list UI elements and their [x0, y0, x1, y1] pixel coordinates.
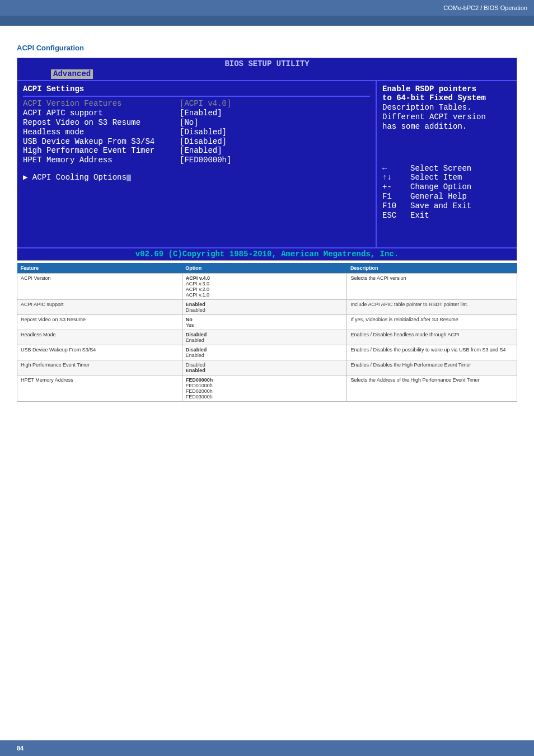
bios-help-line: has some addition. [382, 122, 511, 132]
cell-option: DisabledEnabled [182, 345, 347, 360]
bios-item-repost-video[interactable]: Repost Video on S3 Resume[No] [23, 118, 370, 128]
bios-title: BIOS SETUP UTILITY [17, 58, 517, 69]
page-number: 84 [17, 745, 24, 752]
table-row: Headless ModeDisabledEnabledEnables / Di… [17, 330, 517, 345]
cell-option: DisabledEnabled [182, 360, 347, 375]
bios-help-line: to 64-bit Fixed System [382, 93, 511, 103]
bios-key: +- [382, 182, 410, 192]
col-description: Description [347, 263, 517, 274]
cell-feature: ACPI APIC support [17, 299, 182, 314]
cell-option: EnabledDisabled [182, 299, 347, 314]
bios-key-row: F10Save and Exit [382, 201, 511, 211]
bios-footer: v02.69 (C)Copyright 1985-2010, American … [17, 248, 517, 260]
bios-left-panel: ACPI Settings ACPI Version Features[ACPI… [17, 81, 377, 247]
bios-item-value: [Enabled] [180, 146, 222, 156]
bios-item-value: [Disabled] [180, 128, 227, 137]
page-footer: 84 [0, 740, 534, 756]
cell-description: Include ACPI APIC table pointer to RSDT … [347, 299, 517, 314]
cell-feature: USB Device Wakeup From S3/S4 [17, 345, 182, 360]
cell-description: Enables / Disables the High Performance … [347, 360, 517, 375]
bios-key-row: ESCExit [382, 211, 511, 220]
bios-item-label: ACPI APIC support [23, 109, 180, 118]
feature-table: Feature Option Description ACPI VersionA… [17, 263, 517, 402]
bios-item-hpet[interactable]: High Performance Event Timer[Enabled] [23, 146, 370, 156]
bios-key: ↑↓ [382, 173, 410, 182]
bios-key-desc: Save and Exit [410, 201, 471, 211]
cell-option: ACPI v.4.0ACPI v.3.0ACPI v.2.0ACPI v.1.0 [182, 273, 347, 299]
col-feature: Feature [17, 263, 182, 274]
cell-feature: ACPI Version [17, 273, 182, 299]
bios-key: F1 [382, 192, 410, 201]
table-body: ACPI VersionACPI v.4.0ACPI v.3.0ACPI v.2… [17, 273, 517, 401]
bios-item-value: [ACPI v4.0] [180, 99, 231, 109]
bios-submenu-label: ▶ ACPI Cooling Options [23, 173, 127, 182]
bios-item-label: USB Device Wakeup From S3/S4 [23, 137, 180, 147]
cell-option: DisabledEnabled [182, 330, 347, 345]
bios-setup-screen: BIOS SETUP UTILITY Advanced ACPI Setting… [17, 58, 517, 261]
bios-key-desc: Exit [410, 211, 429, 220]
table-row: HPET Memory AddressFED00000hFED01000hFED… [17, 375, 517, 401]
cell-description: Selects the ACPI version [347, 273, 517, 299]
table-header: Feature Option Description [17, 263, 517, 274]
bios-right-panel: Enable RSDP pointers to 64-bit Fixed Sys… [377, 81, 517, 247]
bios-tabs: Advanced [17, 69, 517, 80]
cell-feature: Repost Video on S3 Resume [17, 314, 182, 330]
section-title: ACPI Configuration [17, 44, 517, 52]
breadcrumb: COMe-bPC2 / BIOS Operation [443, 4, 527, 11]
scrollbar-indicator-icon [127, 175, 131, 181]
bios-item-label: ACPI Version Features [23, 99, 180, 109]
bios-item-label: HPET Memory Address [23, 156, 180, 165]
bios-key-row: F1General Help [382, 192, 511, 201]
bios-help-line: Different ACPI version [382, 112, 511, 122]
bios-item-value: [No] [180, 118, 199, 128]
bios-item-hpet-addr[interactable]: HPET Memory Address[FED00000h] [23, 156, 370, 165]
sub-header-bar [0, 16, 534, 26]
bios-key-desc: Select Item [410, 173, 462, 182]
bios-item-headless[interactable]: Headless mode[Disabled] [23, 128, 370, 137]
bios-key: ← [382, 164, 410, 173]
page-content: ACPI Configuration BIOS SETUP UTILITY Ad… [0, 26, 534, 402]
table-row: High Performance Event TimerDisabledEnab… [17, 360, 517, 375]
cell-description: If yes, Videobios is reinitialized after… [347, 314, 517, 330]
bios-key-row: ←Select Screen [382, 164, 511, 173]
cell-feature: High Performance Event Timer [17, 360, 182, 375]
bios-key-row: +-Change Option [382, 182, 511, 192]
cell-description: Selects the Address of the High Performa… [347, 375, 517, 401]
bios-submenu-cooling[interactable]: ▶ ACPI Cooling Options [23, 173, 370, 182]
bios-tab-advanced[interactable]: Advanced [51, 69, 93, 79]
bios-item-label: Repost Video on S3 Resume [23, 118, 180, 128]
bios-keys: ←Select Screen ↑↓Select Item +-Change Op… [382, 164, 511, 220]
bios-divider [23, 96, 370, 97]
bios-key: F10 [382, 201, 410, 211]
cell-feature: Headless Mode [17, 330, 182, 345]
bios-key: ESC [382, 211, 410, 220]
bios-help-line: Enable RSDP pointers [382, 84, 511, 94]
cell-description: Enables / Disables the possibility to wa… [347, 345, 517, 360]
header-bar: COMe-bPC2 / BIOS Operation [0, 0, 534, 16]
bios-panel-heading: ACPI Settings [23, 84, 370, 94]
bios-key-desc: Select Screen [410, 164, 471, 173]
bios-item-apic-support[interactable]: ACPI APIC support[Enabled] [23, 109, 370, 118]
bios-key-desc: General Help [410, 192, 467, 201]
bios-item-label: Headless mode [23, 128, 180, 137]
bios-body: ACPI Settings ACPI Version Features[ACPI… [17, 80, 517, 248]
cell-feature: HPET Memory Address [17, 375, 182, 401]
cell-option: NoYes [182, 314, 347, 330]
bios-help-line: Description Tables. [382, 103, 511, 112]
bios-item-value: [FED00000h] [180, 156, 231, 165]
cell-option: FED00000hFED01000hFED02000hFED03000h [182, 375, 347, 401]
bios-item-label: High Performance Event Timer [23, 146, 180, 156]
bios-item-value: [Disabled] [180, 137, 227, 147]
bios-item-acpi-version[interactable]: ACPI Version Features[ACPI v4.0] [23, 99, 370, 109]
bios-key-desc: Change Option [410, 182, 471, 192]
bios-item-value: [Enabled] [180, 109, 222, 118]
table-row: USB Device Wakeup From S3/S4DisabledEnab… [17, 345, 517, 360]
col-option: Option [182, 263, 347, 274]
table-row: ACPI VersionACPI v.4.0ACPI v.3.0ACPI v.2… [17, 273, 517, 299]
bios-key-row: ↑↓Select Item [382, 173, 511, 182]
table-row: Repost Video on S3 ResumeNoYesIf yes, Vi… [17, 314, 517, 330]
cell-description: Enables / Disables headless mode through… [347, 330, 517, 345]
table-row: ACPI APIC supportEnabledDisabledInclude … [17, 299, 517, 314]
bios-item-usb-wakeup[interactable]: USB Device Wakeup From S3/S4[Disabled] [23, 137, 370, 147]
